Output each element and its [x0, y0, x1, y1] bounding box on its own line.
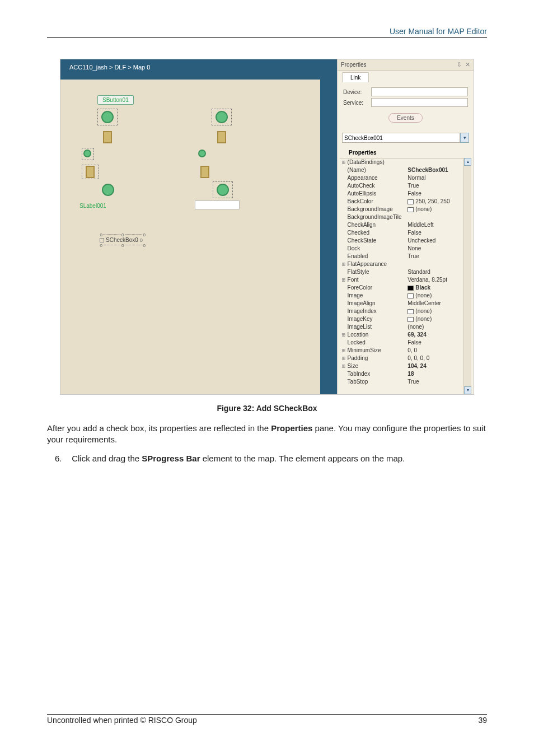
property-value[interactable]: Verdana, 8.25pt	[407, 276, 469, 284]
property-value[interactable]: MiddleCenter	[407, 300, 469, 307]
property-row[interactable]: AutoEllipsisFalse	[340, 190, 471, 198]
expand-icon[interactable]: ⊞	[341, 260, 346, 268]
expand-icon[interactable]	[341, 213, 346, 221]
property-row[interactable]: DockNone	[340, 245, 471, 253]
expand-icon[interactable]: ⊞	[341, 331, 346, 339]
property-value[interactable]: 69, 324	[407, 331, 469, 339]
property-value[interactable]: MiddleLeft	[407, 221, 469, 229]
property-row[interactable]: ⊞Padding0, 0, 0, 0	[340, 354, 471, 362]
expand-icon[interactable]	[341, 190, 346, 198]
property-row[interactable]: CheckedFalse	[340, 229, 471, 237]
property-row[interactable]: ForeColorBlack	[340, 284, 471, 292]
expand-icon[interactable]	[341, 339, 346, 347]
property-grid[interactable]: ⊞(DataBindings)(Name)SCheckBox001Appeara…	[340, 158, 471, 386]
property-value[interactable]: False	[407, 229, 469, 237]
property-value[interactable]: Normal	[407, 174, 469, 182]
property-row[interactable]: BackColor250, 250, 250	[340, 198, 471, 206]
property-value[interactable]: False	[407, 339, 469, 347]
circle-icon[interactable]	[217, 184, 229, 196]
expand-icon[interactable]	[341, 166, 346, 174]
pin-icon[interactable]: ⇩	[457, 61, 462, 68]
square-icon[interactable]	[103, 131, 112, 143]
property-value[interactable]: SCheckBox001	[407, 166, 469, 174]
property-row[interactable]: ⊞FontVerdana, 8.25pt	[340, 276, 471, 284]
property-row[interactable]: ImageKey(none)	[340, 315, 471, 323]
property-value[interactable]	[407, 213, 469, 221]
expand-icon[interactable]	[341, 307, 346, 315]
expand-icon[interactable]	[341, 182, 346, 190]
property-row[interactable]: ⊞FlatAppearance	[340, 260, 471, 268]
square-icon[interactable]	[200, 166, 209, 178]
object-combo-input[interactable]	[342, 133, 460, 143]
property-value[interactable]: (none)	[407, 292, 469, 300]
property-row[interactable]: ImageAlignMiddleCenter	[340, 300, 471, 307]
close-icon[interactable]: ✕	[465, 61, 470, 68]
device-input[interactable]	[371, 87, 468, 96]
object-combo[interactable]: ▾	[342, 133, 469, 143]
dot-icon[interactable]	[83, 150, 91, 157]
property-value[interactable]: 0, 0, 0, 0	[407, 354, 469, 362]
property-value[interactable]: (none)	[407, 307, 469, 315]
service-input[interactable]	[371, 98, 468, 107]
scroll-up-icon[interactable]: ▴	[464, 158, 471, 166]
property-row[interactable]: BackgroundImage(none)	[340, 206, 471, 213]
square-icon[interactable]	[217, 131, 226, 143]
property-row[interactable]: ImageIndex(none)	[340, 307, 471, 315]
property-row[interactable]: EnabledTrue	[340, 253, 471, 260]
property-row[interactable]: LockedFalse	[340, 339, 471, 347]
property-value[interactable]: (none)	[407, 323, 469, 331]
expand-icon[interactable]	[341, 198, 346, 206]
property-value[interactable]: True	[407, 378, 469, 386]
expand-icon[interactable]	[341, 292, 346, 300]
expand-icon[interactable]: ⊞	[341, 347, 346, 354]
expand-icon[interactable]	[341, 206, 346, 213]
property-row[interactable]: ⊞Location69, 324	[340, 331, 471, 339]
expand-icon[interactable]: ⊞	[341, 354, 346, 362]
property-row[interactable]: TabIndex18	[340, 370, 471, 378]
property-row[interactable]: CheckAlignMiddleLeft	[340, 221, 471, 229]
circle-icon[interactable]	[102, 184, 114, 196]
expand-icon[interactable]	[341, 174, 346, 182]
expand-icon[interactable]: ⊞	[341, 276, 346, 284]
events-button[interactable]: Events	[388, 113, 423, 123]
tab-link[interactable]: Link	[342, 72, 369, 82]
property-row[interactable]: ImageList(none)	[340, 323, 471, 331]
property-row[interactable]: ⊞MinimumSize0, 0	[340, 347, 471, 354]
sbutton-element[interactable]: SButton01	[97, 95, 134, 105]
chevron-down-icon[interactable]: ▾	[460, 133, 469, 143]
property-value[interactable]	[407, 260, 469, 268]
expand-icon[interactable]	[341, 253, 346, 260]
property-value[interactable]: True	[407, 253, 469, 260]
expand-icon[interactable]: ⊞	[341, 158, 346, 166]
property-value[interactable]: 104, 24	[407, 362, 469, 370]
scrollbar[interactable]: ▴ ▾	[463, 158, 471, 394]
scroll-down-icon[interactable]: ▾	[464, 386, 471, 394]
dot-icon[interactable]	[198, 150, 206, 157]
property-value[interactable]: 0, 0	[407, 347, 469, 354]
property-value[interactable]: Black	[407, 284, 469, 292]
expand-icon[interactable]	[341, 378, 346, 386]
property-value[interactable]	[407, 158, 469, 166]
property-value[interactable]: False	[407, 190, 469, 198]
property-row[interactable]: AutoCheckTrue	[340, 182, 471, 190]
property-value[interactable]: 250, 250, 250	[407, 198, 469, 206]
expand-icon[interactable]	[341, 300, 346, 307]
property-value[interactable]: True	[407, 182, 469, 190]
scheckbox-element[interactable]: o┄┄┄┄┄o┄┄┄┄┄o SCheckBox0 o o┄┄┄┄┄o┄┄┄┄┄o	[100, 232, 146, 248]
circle-icon[interactable]	[101, 111, 114, 123]
map-canvas[interactable]: SButton01 SLabel001	[60, 80, 337, 394]
property-value[interactable]: (none)	[407, 315, 469, 323]
expand-icon[interactable]	[341, 370, 346, 378]
expand-icon[interactable]	[341, 245, 346, 253]
property-row[interactable]: ⊞Size104, 24	[340, 362, 471, 370]
property-row[interactable]: ⊞(DataBindings)	[340, 158, 471, 166]
expand-icon[interactable]	[341, 221, 346, 229]
property-value[interactable]: Unchecked	[407, 237, 469, 245]
expand-icon[interactable]	[341, 229, 346, 237]
property-row[interactable]: Image(none)	[340, 292, 471, 300]
property-value[interactable]: 18	[407, 370, 469, 378]
property-value[interactable]: Standard	[407, 268, 469, 276]
expand-icon[interactable]	[341, 268, 346, 276]
circle-icon[interactable]	[216, 111, 228, 123]
square-icon[interactable]	[86, 166, 95, 178]
